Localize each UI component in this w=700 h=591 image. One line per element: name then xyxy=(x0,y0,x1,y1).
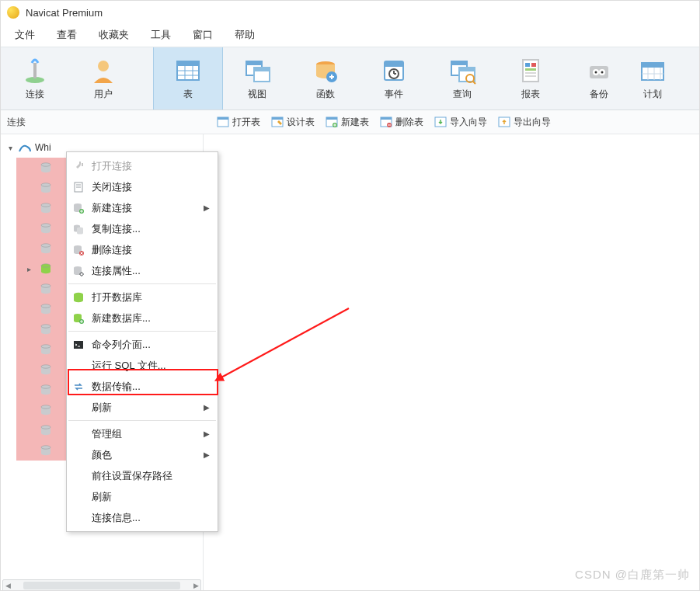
svg-rect-85 xyxy=(79,162,81,165)
toolbar-view-button[interactable]: 视图 xyxy=(223,47,291,110)
titlebar: Navicat Premium xyxy=(1,1,699,24)
sub-actions: 打开表 设计表 新建表 删除表 导入向导 导出向导 xyxy=(209,116,551,129)
toolbar-query-label: 查询 xyxy=(453,88,472,101)
action-export-wizard[interactable]: 导出向导 xyxy=(498,116,551,129)
menu-favorites[interactable]: 收藏夹 xyxy=(88,25,140,45)
toolbar-table-button[interactable]: 表 xyxy=(153,47,223,110)
menu-item[interactable]: 连接信息... xyxy=(67,507,218,528)
menu-tools[interactable]: 工具 xyxy=(140,25,182,45)
toolbar-function-button[interactable]: 函数 xyxy=(291,47,360,110)
menu-item-label: 新建数据库... xyxy=(92,311,151,325)
sidebar-header-label: 连接 xyxy=(1,116,209,129)
toolbar-event-label: 事件 xyxy=(385,88,403,101)
database-active-icon xyxy=(40,262,52,275)
design-table-icon xyxy=(271,116,284,128)
menu-item-label: 运行 SQL 文件... xyxy=(92,359,166,373)
database-icon xyxy=(40,424,52,436)
menu-item-label: 颜色 xyxy=(92,448,112,462)
menu-item: 打开连接 xyxy=(67,155,218,176)
database-icon xyxy=(40,444,52,457)
menu-item[interactable]: 管理组▶ xyxy=(67,423,218,444)
toolbar-function-label: 函数 xyxy=(316,88,335,101)
menu-item[interactable]: 复制连接... xyxy=(67,218,218,239)
open-table-icon xyxy=(217,116,229,128)
menu-item[interactable]: 前往设置保存路径 xyxy=(67,465,218,486)
toolbar-view-label: 视图 xyxy=(248,88,266,101)
user-icon xyxy=(89,57,117,85)
app-window: Navicat Premium 文件 查看 收藏夹 工具 窗口 帮助 连接 用户 xyxy=(0,0,700,591)
svg-rect-28 xyxy=(531,63,536,67)
svg-rect-86 xyxy=(82,163,83,166)
menu-item-label: 连接属性... xyxy=(92,264,141,278)
blank-icon xyxy=(71,448,85,462)
menu-item[interactable]: 命令列介面... xyxy=(67,334,218,355)
database-icon xyxy=(40,363,52,376)
report-icon xyxy=(517,57,545,85)
menu-item-label: 打开数据库 xyxy=(92,290,142,304)
svg-rect-21 xyxy=(451,61,467,65)
menu-window[interactable]: 窗口 xyxy=(182,25,224,45)
svg-rect-51 xyxy=(381,117,392,120)
blank-icon xyxy=(71,401,85,415)
sidebar-scrollbar[interactable]: ◀ ▶ xyxy=(2,579,201,591)
view-icon xyxy=(243,57,271,85)
action-new-table[interactable]: 新建表 xyxy=(326,116,369,129)
menu-item[interactable]: 颜色▶ xyxy=(67,444,218,465)
svg-rect-1 xyxy=(33,63,37,78)
database-icon xyxy=(40,182,52,194)
action-open-table[interactable]: 打开表 xyxy=(217,116,260,129)
toolbar-schedule-label: 计划 xyxy=(643,88,662,101)
menu-item[interactable]: 刷新 xyxy=(67,486,218,507)
menu-separator xyxy=(68,331,216,332)
db-new-icon xyxy=(71,311,85,325)
menu-item-label: 管理组 xyxy=(92,427,122,441)
menu-item[interactable]: 关闭连接 xyxy=(67,176,218,197)
submenu-arrow-icon: ▶ xyxy=(204,403,210,412)
menu-file[interactable]: 文件 xyxy=(4,25,46,45)
import-icon xyxy=(434,116,447,128)
menu-item-label: 前往设置保存路径 xyxy=(92,469,172,483)
scroll-left-icon[interactable]: ◀ xyxy=(3,582,12,589)
toolbar-report-button[interactable]: 报表 xyxy=(496,47,565,110)
menu-item[interactable]: 删除连接 xyxy=(67,239,218,260)
event-icon xyxy=(380,57,408,85)
database-icon xyxy=(40,404,52,416)
svg-rect-31 xyxy=(525,75,536,77)
menu-item[interactable]: 新建数据库... xyxy=(67,308,218,329)
connect-icon xyxy=(21,57,49,85)
blank-icon xyxy=(71,490,85,504)
app-icon xyxy=(7,6,19,19)
svg-rect-30 xyxy=(525,72,536,74)
menu-item[interactable]: 运行 SQL 文件... xyxy=(67,355,218,376)
menu-item[interactable]: 数据传输... xyxy=(67,376,218,397)
menu-view[interactable]: 查看 xyxy=(46,25,88,45)
toolbar-report-label: 报表 xyxy=(521,88,540,101)
menu-item[interactable]: 打开数据库 xyxy=(67,287,218,308)
menu-item[interactable]: 刷新▶ xyxy=(67,397,218,418)
scroll-thumb[interactable] xyxy=(23,582,180,589)
db-settings-icon xyxy=(71,264,85,278)
blank-icon xyxy=(71,427,85,441)
table-icon xyxy=(174,57,202,85)
toolbar-user-button[interactable]: 用户 xyxy=(69,47,138,110)
menu-item[interactable]: 连接属性... xyxy=(67,260,218,281)
plug-icon xyxy=(71,159,85,173)
toolbar-schedule-button[interactable]: 计划 xyxy=(633,47,672,110)
db-copy-icon xyxy=(71,222,85,236)
toolbar-backup-button[interactable]: 备份 xyxy=(565,47,633,110)
scroll-right-icon[interactable]: ▶ xyxy=(191,582,200,589)
database-icon xyxy=(40,343,52,356)
action-design-table[interactable]: 设计表 xyxy=(271,116,315,129)
menu-item[interactable]: 新建连接▶ xyxy=(67,197,218,218)
toolbar-connect-button[interactable]: 连接 xyxy=(1,47,69,110)
action-import-wizard[interactable]: 导入向导 xyxy=(434,116,487,129)
action-delete-table[interactable]: 删除表 xyxy=(380,116,423,129)
toolbar-event-button[interactable]: 事件 xyxy=(360,47,428,110)
menu-item-label: 新建连接 xyxy=(92,201,132,215)
menu-help[interactable]: 帮助 xyxy=(224,25,266,45)
caret-right-icon: ▸ xyxy=(27,265,35,273)
menu-item-label: 命令列介面... xyxy=(92,338,151,352)
sub-toolbar: 连接 打开表 设计表 新建表 删除表 导入向导 导出向导 xyxy=(1,110,699,134)
toolbar-query-button[interactable]: 查询 xyxy=(428,47,496,110)
main-toolbar: 连接 用户 表 视图 函数 xyxy=(1,47,699,110)
